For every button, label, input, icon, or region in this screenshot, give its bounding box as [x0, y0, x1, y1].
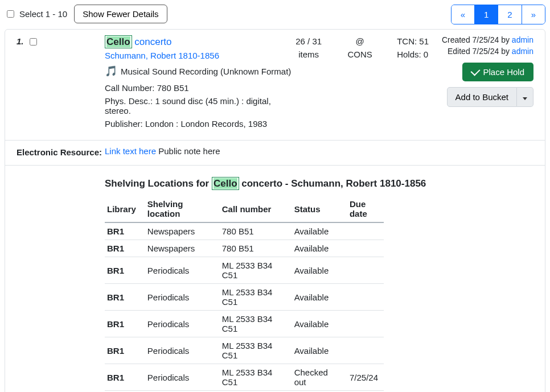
shelving-title: Shelving Locations for Cello concerto - …: [105, 177, 533, 190]
page-1[interactable]: 1: [475, 5, 498, 24]
shelving-section: Shelving Locations for Cello concerto - …: [5, 166, 545, 392]
cell-status: Available: [289, 311, 344, 337]
pub-value: London : London Records, 1983: [145, 119, 267, 129]
cell-lib: BR1: [105, 337, 142, 364]
table-row: BR1PeriodicalsML 2533 B34 C51Available: [105, 284, 384, 311]
page-prev[interactable]: «: [452, 5, 475, 24]
items-label: items: [294, 48, 323, 61]
call-number-value: 780 B51: [157, 83, 189, 93]
select-all-text: Select 1 - 10: [19, 9, 67, 19]
result-card: 1. Cello concerto Schumann, Robert 1810-…: [5, 29, 545, 392]
title-highlight: Cello: [106, 36, 130, 47]
phys-label: Phys. Desc.:: [105, 96, 153, 106]
cell-status: Available: [289, 284, 344, 311]
table-row: BR1Newspapers780 B51Available: [105, 222, 384, 240]
tcn-value: TCN: 51: [397, 35, 429, 48]
table-header-row: Library Shelving location Call number St…: [105, 196, 384, 222]
actions-column: Created 7/25/24 by admin Edited 7/25/24 …: [437, 35, 533, 132]
result-top: 1. Cello concerto Schumann, Robert 1810-…: [5, 35, 545, 140]
edited-by-link[interactable]: admin: [512, 47, 533, 56]
bucket-dropdown-toggle[interactable]: [517, 87, 533, 107]
cell-lib: BR1: [105, 222, 142, 240]
cell-cn: ML 2533 B34 C51: [216, 337, 289, 364]
cell-due: 7/25/24: [344, 364, 384, 391]
col-due-date: Due date: [344, 196, 384, 222]
page-next[interactable]: »: [522, 5, 545, 24]
cell-loc: Periodicals: [142, 311, 216, 337]
result-checkbox[interactable]: [30, 38, 37, 46]
place-hold-label: Place Hold: [483, 67, 524, 77]
tcn-holds-stat: TCN: 51 Holds: 0: [397, 35, 429, 132]
cell-cn: ML 2533 B34 C51: [216, 284, 289, 311]
cell-cn: ML 2533 B34 C51: [216, 311, 289, 337]
shelving-title-suffix: concerto - Schumann, Robert 1810-1856: [239, 178, 426, 189]
shelving-title-prefix: Shelving Locations for: [105, 178, 212, 189]
cell-lib: BR1: [105, 364, 142, 391]
cell-lib: BR1: [105, 240, 142, 257]
cell-loc: Periodicals: [142, 337, 216, 364]
cell-status: Checked out: [289, 364, 344, 391]
check-icon: [471, 66, 481, 76]
result-number: 1.: [17, 35, 105, 132]
shelving-table: Library Shelving location Call number St…: [105, 196, 384, 392]
eresource-note: Public note here: [158, 146, 220, 156]
created-line: Created 7/25/24 by admin: [437, 35, 533, 44]
result-index: 1.: [17, 36, 24, 46]
author-link[interactable]: Schumann, Robert 1810-1856: [105, 51, 219, 60]
eresource-label: Electronic Resource:: [17, 146, 105, 159]
loc-label: CONS: [346, 48, 374, 61]
cell-cn: 780 B51: [216, 240, 289, 257]
edited-line: Edited 7/25/24 by admin: [437, 47, 533, 56]
music-note-icon: 🎵: [105, 65, 117, 77]
cell-loc: Periodicals: [142, 364, 216, 391]
cell-due: [344, 284, 384, 311]
electronic-resource-row: Electronic Resource: Link text here Publ…: [5, 140, 545, 166]
items-count: 26 / 31: [294, 35, 323, 48]
cell-lib: BR1: [105, 284, 142, 311]
bucket-button-group: Add to Bucket: [447, 87, 533, 107]
pub-label: Publisher:: [105, 119, 143, 129]
cell-loc: Periodicals: [142, 257, 216, 284]
cell-loc: Periodicals: [142, 284, 216, 311]
cell-due: [344, 240, 384, 257]
created-by-link[interactable]: admin: [512, 35, 533, 44]
created-prefix: Created 7/25/24 by: [442, 35, 510, 44]
table-row: BR1Newspapers780 B51Available: [105, 240, 384, 257]
cell-due: [344, 222, 384, 240]
result-main: Cello concerto Schumann, Robert 1810-185…: [105, 35, 294, 132]
select-all-label[interactable]: Select 1 - 10: [5, 9, 67, 19]
call-number-line: Call Number: 780 B51: [105, 83, 294, 93]
place-hold-button[interactable]: Place Hold: [462, 63, 533, 81]
format-line: 🎵 Musical Sound Recording (Unknown Forma…: [105, 65, 294, 77]
cell-cn: ML 2533 B34 C51: [216, 364, 289, 391]
cell-lib: BR1: [105, 257, 142, 284]
chevron-down-icon: [523, 97, 527, 100]
edited-prefix: Edited 7/25/24 by: [448, 47, 510, 56]
table-row: BR1PeriodicalsML 2533 B34 C51Checked out…: [105, 364, 384, 391]
publisher-line: Publisher: London : London Records, 1983: [105, 119, 294, 129]
col-library: Library: [105, 196, 142, 222]
eresource-content: Link text here Public note here: [105, 146, 220, 159]
col-status: Status: [289, 196, 344, 222]
eresource-link[interactable]: Link text here: [105, 146, 156, 156]
show-fewer-button[interactable]: Show Fewer Details: [74, 5, 167, 23]
pagination: « 1 2 »: [451, 5, 545, 24]
cell-loc: Newspapers: [142, 240, 216, 257]
holds-value: Holds: 0: [397, 48, 429, 61]
format-text: Musical Sound Recording (Unknown Format): [121, 67, 291, 76]
cell-status: Available: [289, 257, 344, 284]
col-call-number: Call number: [216, 196, 289, 222]
select-all-checkbox[interactable]: [7, 10, 14, 18]
cell-cn: ML 2533 B34 C51: [216, 257, 289, 284]
table-row: BR1PeriodicalsML 2533 B34 C51Available: [105, 257, 384, 284]
cell-status: Available: [289, 337, 344, 364]
page-2[interactable]: 2: [498, 5, 522, 24]
select-group: Select 1 - 10 Show Fewer Details: [5, 5, 167, 23]
phys-desc-line: Phys. Desc.: 1 sound disc (45 min.) : di…: [105, 96, 294, 115]
add-to-bucket-button[interactable]: Add to Bucket: [447, 87, 517, 107]
result-title[interactable]: Cello concerto: [105, 35, 294, 48]
call-number-label: Call Number:: [105, 83, 155, 93]
items-stat: 26 / 31 items: [294, 35, 323, 132]
top-bar: Select 1 - 10 Show Fewer Details « 1 2 »: [5, 5, 545, 24]
cell-due: [344, 311, 384, 337]
